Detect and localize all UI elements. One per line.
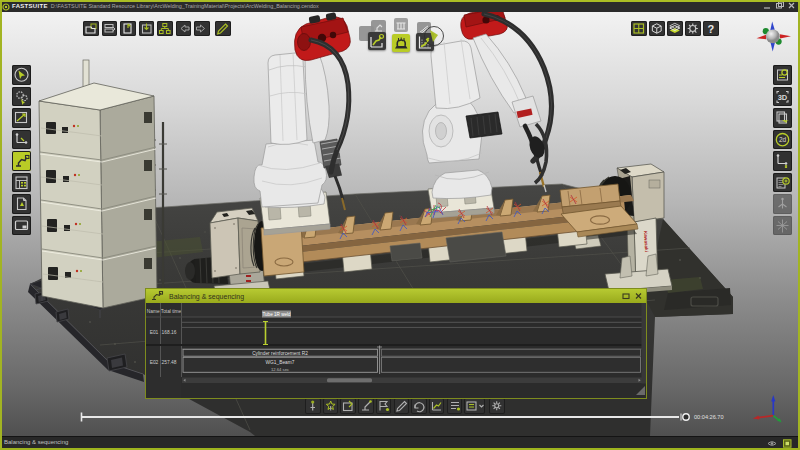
svg-text:?: ?: [707, 23, 714, 35]
svg-text:Cylinder reinforcement R2: Cylinder reinforcement R2: [252, 351, 308, 356]
svg-text:E02: E02: [150, 360, 159, 365]
svg-text:Balancing & sequencing: Balancing & sequencing: [169, 293, 244, 301]
svg-text:3D: 3D: [778, 92, 788, 101]
svg-text:00:04:26.70: 00:04:26.70: [694, 414, 724, 420]
svg-text:E01: E01: [150, 330, 159, 335]
svg-text:Total time: Total time: [161, 309, 182, 314]
svg-text:168.16: 168.16: [162, 330, 177, 335]
svg-text:12.64 sec: 12.64 sec: [271, 367, 289, 372]
svg-text:Tube 1R weld: Tube 1R weld: [262, 312, 291, 317]
svg-text:2d: 2d: [779, 136, 787, 143]
svg-text:Name: Name: [147, 309, 160, 314]
svg-text:257.48: 257.48: [162, 360, 177, 365]
svg-text:WG1_Beam7: WG1_Beam7: [266, 360, 295, 365]
